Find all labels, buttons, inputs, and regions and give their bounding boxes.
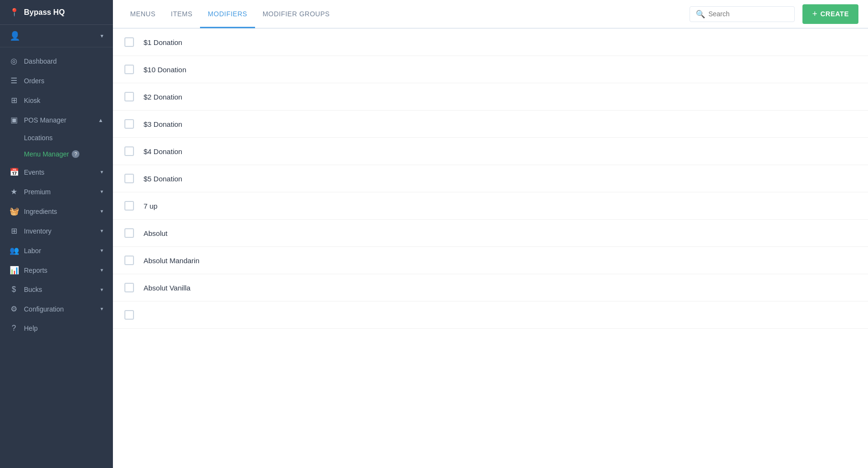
sidebar-item-configuration[interactable]: ⚙ Configuration ▾ (0, 299, 113, 319)
orders-icon: ☰ (10, 76, 18, 85)
reports-icon: 📊 (10, 266, 18, 275)
search-box[interactable]: 🔍 (690, 6, 795, 22)
list-item-checkbox[interactable] (124, 201, 134, 211)
list-item-checkbox[interactable] (124, 256, 134, 265)
list-item-label: Absolut (144, 229, 167, 237)
sidebar-brand[interactable]: 📍 Bypass HQ (0, 0, 113, 25)
list-item[interactable]: 7 up (113, 192, 868, 220)
sidebar-item-label: Events (24, 168, 45, 176)
sidebar: 📍 Bypass HQ 👤 ▾ ◎ Dashboard ☰ Orders ⊞ K… (0, 0, 113, 468)
tab-menus-label: MENUS (130, 10, 156, 18)
ingredients-icon: 🧺 (10, 207, 18, 216)
premium-icon: ★ (10, 187, 18, 196)
list-item-checkbox[interactable] (124, 92, 134, 101)
sidebar-item-reports[interactable]: 📊 Reports ▾ (0, 260, 113, 280)
sidebar-item-dashboard[interactable]: ◎ Dashboard (0, 51, 113, 71)
list-item-checkbox[interactable] (124, 119, 134, 129)
sidebar-item-orders[interactable]: ☰ Orders (0, 71, 113, 90)
list-item-checkbox[interactable] (124, 174, 134, 183)
sidebar-item-help[interactable]: ? Help (0, 319, 113, 338)
list-item-label: 7 up (144, 202, 157, 210)
sidebar-item-labor[interactable]: 👥 Labor ▾ (0, 241, 113, 260)
sidebar-sub-item-label: Menu Manager (24, 150, 69, 158)
list-item-label: $5 Donation (144, 175, 182, 183)
list-item-checkbox[interactable] (124, 228, 134, 238)
main-content: MENUS ITEMS MODIFIERS MODIFIER GROUPS 🔍 … (113, 0, 868, 468)
sidebar-item-kiosk[interactable]: ⊞ Kiosk (0, 90, 113, 110)
pos-manager-chevron-icon: ▲ (98, 117, 103, 123)
sidebar-sub-item-menu-manager[interactable]: Menu Manager ? (0, 146, 113, 162)
list-item-label: $4 Donation (144, 147, 182, 156)
sidebar-item-events[interactable]: 📅 Events ▾ (0, 162, 113, 182)
events-chevron-icon: ▾ (100, 169, 103, 175)
sidebar-user[interactable]: 👤 ▾ (0, 25, 113, 47)
sidebar-item-label: Inventory (24, 227, 52, 235)
location-pin-icon: 📍 (10, 8, 19, 17)
search-input[interactable] (708, 10, 789, 18)
list-item[interactable]: $1 Donation (113, 29, 868, 56)
sidebar-item-label: Reports (24, 267, 47, 274)
sidebar-item-premium[interactable]: ★ Premium ▾ (0, 182, 113, 201)
tab-menus[interactable]: MENUS (122, 0, 163, 28)
configuration-icon: ⚙ (10, 304, 18, 313)
tab-items-label: ITEMS (171, 10, 192, 18)
tabs-bar: MENUS ITEMS MODIFIERS MODIFIER GROUPS 🔍 … (113, 0, 868, 29)
bucks-icon: $ (10, 285, 18, 294)
sidebar-item-label: Dashboard (24, 57, 57, 65)
list-item[interactable]: $2 Donation (113, 83, 868, 111)
list-item[interactable]: Absolut Mandarin (113, 247, 868, 274)
modifiers-list: $1 Donation $10 Donation $2 Donation $3 … (113, 29, 868, 468)
configuration-chevron-icon: ▾ (100, 306, 103, 312)
list-item-label: $10 Donation (144, 66, 186, 74)
tab-items[interactable]: ITEMS (163, 0, 200, 28)
tab-modifier-groups[interactable]: MODIFIER GROUPS (255, 0, 338, 28)
list-item[interactable]: $3 Donation (113, 111, 868, 138)
reports-chevron-icon: ▾ (100, 267, 103, 273)
list-item[interactable]: Absolut Vanilla (113, 274, 868, 301)
list-item-checkbox[interactable] (124, 37, 134, 47)
sidebar-item-label: Ingredients (24, 208, 57, 215)
sidebar-sub-item-locations[interactable]: Locations (0, 130, 113, 146)
list-item[interactable]: $4 Donation (113, 138, 868, 165)
create-button-label: CREATE (820, 10, 849, 18)
sidebar-item-label: Orders (24, 77, 45, 85)
list-item[interactable]: $10 Donation (113, 56, 868, 83)
tab-modifiers-label: MODIFIERS (208, 10, 247, 18)
list-item[interactable]: $5 Donation (113, 165, 868, 192)
labor-icon: 👥 (10, 246, 18, 255)
premium-chevron-icon: ▾ (100, 189, 103, 195)
tab-modifier-groups-label: MODIFIER GROUPS (263, 10, 330, 18)
kiosk-icon: ⊞ (10, 96, 18, 105)
sidebar-item-pos-manager[interactable]: ▣ POS Manager ▲ (0, 110, 113, 130)
user-icon: 👤 (10, 31, 20, 41)
sidebar-item-label: Configuration (24, 305, 64, 313)
create-button[interactable]: + CREATE (802, 4, 858, 24)
bucks-chevron-icon: ▾ (100, 287, 103, 293)
tab-modifiers[interactable]: MODIFIERS (200, 0, 255, 28)
ingredients-chevron-icon: ▾ (100, 208, 103, 214)
pos-manager-icon: ▣ (10, 115, 18, 124)
inventory-icon: ⊞ (10, 226, 18, 235)
dashboard-icon: ◎ (10, 56, 18, 66)
list-item[interactable] (113, 301, 868, 329)
list-item-checkbox[interactable] (124, 310, 134, 320)
sidebar-sub-item-label: Locations (24, 134, 53, 142)
sidebar-item-label: Labor (24, 247, 41, 255)
list-item-checkbox[interactable] (124, 283, 134, 292)
labor-chevron-icon: ▾ (100, 247, 103, 254)
user-chevron-icon: ▾ (100, 33, 103, 39)
list-item-label: Absolut Vanilla (144, 284, 190, 292)
sidebar-item-bucks[interactable]: $ Bucks ▾ (0, 280, 113, 299)
sidebar-item-inventory[interactable]: ⊞ Inventory ▾ (0, 221, 113, 241)
brand-name: Bypass HQ (24, 8, 65, 17)
help-badge-icon: ? (72, 150, 79, 158)
sidebar-item-ingredients[interactable]: 🧺 Ingredients ▾ (0, 201, 113, 221)
list-item-checkbox[interactable] (124, 146, 134, 156)
search-icon: 🔍 (696, 10, 705, 19)
list-item-checkbox[interactable] (124, 65, 134, 74)
list-item-label: Absolut Mandarin (144, 256, 200, 265)
events-icon: 📅 (10, 167, 18, 177)
sidebar-nav: ◎ Dashboard ☰ Orders ⊞ Kiosk ▣ POS Manag… (0, 47, 113, 342)
list-item-label: $1 Donation (144, 38, 182, 46)
list-item[interactable]: Absolut (113, 220, 868, 247)
